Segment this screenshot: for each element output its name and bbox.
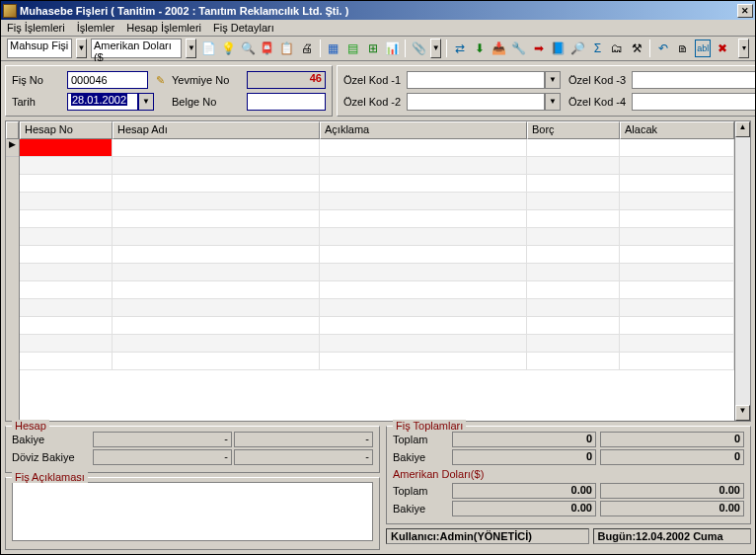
col-borc[interactable]: Borç bbox=[527, 121, 620, 139]
fis-info-panel: Fiş No ✎ Yevmiye No 46 Tarih 28.01.2002 … bbox=[5, 65, 333, 117]
statusbar: Kullanıcı:Admin(YÖNETİCİ) Bugün:12.04.20… bbox=[386, 528, 751, 544]
totals-legend: Fiş Toplamları bbox=[393, 420, 466, 432]
col-hesapno[interactable]: Hesap No bbox=[20, 121, 113, 139]
menubar: Fiş İşlemleri İşlemler Hesap İşlemleri F… bbox=[1, 20, 755, 37]
currency-header: Amerikan Doları($) bbox=[393, 468, 744, 480]
arrow-right-icon[interactable]: ➡ bbox=[531, 40, 547, 57]
col-aciklama[interactable]: Açıklama bbox=[320, 121, 527, 139]
ozelkod2-input[interactable] bbox=[407, 93, 545, 111]
ctoplam-v2: 0.00 bbox=[600, 483, 744, 499]
grid-row bbox=[20, 157, 734, 175]
ozelkod2-dropdown-icon[interactable]: ▼ bbox=[545, 93, 561, 111]
header-panels: Fiş No ✎ Yevmiye No 46 Tarih 28.01.2002 … bbox=[5, 65, 751, 117]
grid-icon[interactable]: ▦ bbox=[326, 40, 341, 57]
grid-scrollbar[interactable]: ▲ ▼ bbox=[734, 121, 750, 421]
grid-row-markers: ▶ bbox=[6, 121, 20, 421]
aciklama-panel: Fiş Açıklaması bbox=[5, 477, 380, 550]
scroll-up-icon[interactable]: ▲ bbox=[735, 121, 750, 137]
sum-icon[interactable]: Σ bbox=[589, 40, 605, 57]
toolbar-overflow-icon[interactable]: ▾ bbox=[738, 39, 749, 58]
cbakiye-v1: 0.00 bbox=[452, 501, 596, 516]
close-button[interactable]: ✕ bbox=[737, 4, 753, 18]
ozelkod4-input[interactable] bbox=[632, 93, 755, 111]
chart-icon[interactable]: 📊 bbox=[384, 40, 400, 57]
download-icon[interactable]: ⬇ bbox=[472, 40, 488, 57]
tarih-label: Tarih bbox=[12, 96, 63, 108]
col-alacak[interactable]: Alacak bbox=[620, 121, 734, 139]
col-hesapadi[interactable]: Hesap Adı bbox=[113, 121, 320, 139]
currency-select[interactable]: Amerikan Doları ($ bbox=[91, 39, 183, 58]
paste-icon[interactable]: 📥 bbox=[491, 40, 507, 57]
belge-input[interactable] bbox=[247, 93, 326, 111]
note-icon[interactable]: 🗈 bbox=[675, 40, 691, 57]
new-icon[interactable]: 📄 bbox=[200, 40, 216, 57]
doviz-v1: - bbox=[93, 449, 232, 465]
ozelkod1-input[interactable] bbox=[407, 71, 545, 89]
data-grid[interactable]: ▶ Hesap No Hesap Adı Açıklama Borç Alaca… bbox=[5, 120, 751, 422]
bottom-panels: Hesap Bakiye-- Döviz Bakiye-- Fiş Açıkla… bbox=[5, 426, 751, 550]
cell-hesapno-active[interactable] bbox=[20, 139, 113, 156]
scroll-down-icon[interactable]: ▼ bbox=[735, 405, 750, 421]
menu-hesap-islemleri[interactable]: Hesap İşlemleri bbox=[126, 22, 201, 34]
bakiye-v2: - bbox=[234, 432, 373, 447]
doviz-v2: - bbox=[234, 449, 373, 465]
copy-icon[interactable]: 📋 bbox=[279, 40, 295, 57]
tools-icon[interactable]: ⚒ bbox=[629, 40, 644, 57]
print-icon[interactable]: 🖨 bbox=[299, 40, 315, 57]
ozelkod-panel: Özel Kod -1▼ Özel Kod -2▼ Özel Kod -3▼ Ö… bbox=[337, 65, 755, 117]
fis-type-select[interactable]: Mahsup Fişi bbox=[7, 39, 72, 58]
ozelkod1-label: Özel Kod -1 bbox=[343, 74, 405, 86]
menu-fis-islemleri[interactable]: Fiş İşlemleri bbox=[7, 22, 65, 34]
status-today: Bugün:12.04.2002 Cuma bbox=[593, 528, 751, 544]
tarih-input[interactable]: 28.01.2002 ▼ bbox=[67, 93, 154, 111]
app-window: Muhasebe Fişleri ( Tanitim - 2002 : Tanı… bbox=[0, 0, 756, 555]
menu-fis-detaylari[interactable]: Fiş Detayları bbox=[213, 22, 274, 34]
current-row-indicator: ▶ bbox=[6, 139, 19, 157]
fisno-input[interactable] bbox=[67, 71, 148, 89]
table-icon[interactable]: ▤ bbox=[345, 40, 361, 57]
grid-row bbox=[20, 193, 734, 210]
cbakiye-v2: 0.00 bbox=[600, 501, 744, 516]
excel-icon[interactable]: ⊞ bbox=[365, 40, 381, 57]
grid-body[interactable] bbox=[20, 139, 734, 370]
status-user: Kullanıcı:Admin(YÖNETİCİ) bbox=[386, 528, 589, 544]
toplam-label: Toplam bbox=[393, 434, 448, 445]
grid-row bbox=[20, 317, 734, 335]
delete-icon[interactable]: ✖ bbox=[715, 40, 730, 57]
find-icon[interactable]: 🔎 bbox=[570, 40, 586, 57]
ozelkod3-input[interactable] bbox=[632, 71, 755, 89]
aciklama-textarea[interactable] bbox=[12, 482, 373, 541]
stamp-icon[interactable]: 📮 bbox=[260, 40, 275, 57]
app-icon bbox=[3, 4, 17, 18]
toplam-v1: 0 bbox=[452, 432, 596, 447]
clipboard-icon[interactable]: 📎 bbox=[411, 40, 426, 57]
light-icon[interactable]: 💡 bbox=[220, 40, 236, 57]
book-icon[interactable]: 📘 bbox=[551, 40, 567, 57]
fis-type-dropdown-icon[interactable]: ▼ bbox=[76, 39, 87, 58]
field-icon[interactable]: abl bbox=[695, 40, 711, 57]
tarih-dropdown-icon[interactable]: ▼ bbox=[138, 93, 154, 111]
cbakiye-label: Bakiye bbox=[393, 503, 448, 515]
ozelkod4-label: Özel Kod -4 bbox=[568, 96, 630, 108]
bakiye2-v1: 0 bbox=[452, 449, 596, 465]
grid-row bbox=[20, 335, 734, 353]
search-icon[interactable]: 🔍 bbox=[240, 40, 256, 57]
grid-header: Hesap No Hesap Adı Açıklama Borç Alacak bbox=[20, 121, 734, 139]
grid-row bbox=[20, 281, 734, 299]
ozelkod1-dropdown-icon[interactable]: ▼ bbox=[545, 71, 561, 89]
hesap-legend: Hesap bbox=[12, 420, 49, 432]
doviz-bakiye-label: Döviz Bakiye bbox=[12, 451, 91, 463]
aciklama-legend: Fiş Açıklaması bbox=[12, 471, 88, 483]
calc-icon[interactable]: 🗂 bbox=[609, 40, 625, 57]
bakiye2-v2: 0 bbox=[600, 449, 744, 465]
ctoplam-v1: 0.00 bbox=[452, 483, 596, 499]
yevmiye-value: 46 bbox=[247, 71, 326, 89]
clipboard-dropdown-icon[interactable]: ▼ bbox=[430, 39, 441, 58]
undo-icon[interactable]: ↶ bbox=[655, 40, 671, 57]
grid-row bbox=[20, 246, 734, 264]
link-icon[interactable]: ⇄ bbox=[452, 40, 468, 57]
currency-dropdown-icon[interactable]: ▼ bbox=[186, 39, 196, 58]
edit-fisno-icon[interactable]: ✎ bbox=[152, 74, 168, 87]
menu-islemler[interactable]: İşlemler bbox=[77, 22, 115, 34]
wrench-icon[interactable]: 🔧 bbox=[511, 40, 527, 57]
